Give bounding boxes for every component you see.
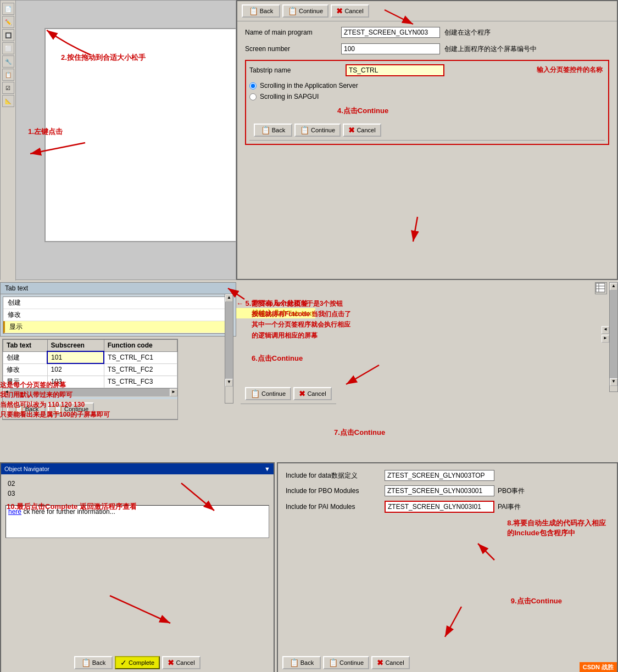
include-data-input[interactable] — [385, 470, 494, 481]
tabstrip-box: Tabstrip name 输入分页签控件的名称 Scrolling in th… — [245, 60, 609, 145]
tab-text-1: 修改 — [3, 363, 48, 376]
radio-group: Scrolling in the Application Server Scro… — [249, 82, 605, 100]
th-tabtext: Tab text — [3, 340, 48, 352]
dialog1-content: Name of main program 创建在这个程序 Screen numb… — [237, 21, 617, 279]
tabstrip-note: 输入分页签控件的名称 — [537, 65, 603, 75]
main-program-note: 创建在这个程序 — [444, 28, 491, 37]
toolbar-icon-3[interactable]: 🔲 — [2, 29, 14, 41]
subscreen-0[interactable]: 101 — [47, 351, 104, 363]
continue-icon-2: 📋 — [300, 126, 309, 135]
complete-icon: ✓ — [120, 658, 127, 667]
toolbar-icon-7[interactable]: ☑ — [2, 82, 14, 94]
include-pai-row: Include for PAI Modules PAI事件 — [286, 501, 609, 513]
csdn-watermark: CSDN 战胜 — [580, 662, 617, 672]
svg-rect-0 — [596, 283, 605, 292]
tabtext-list: 创建 修改 显示 — [3, 296, 233, 334]
step6-label: 6.点击Continue — [252, 354, 303, 363]
tabtext-item-2[interactable]: 显示 — [3, 321, 233, 333]
completion-btn-row: 📋 Back ✓ Complete ✖ Cancel — [1, 653, 274, 672]
back-button-1[interactable]: 📋 Back — [242, 4, 280, 18]
screen-canvas[interactable] — [44, 28, 237, 242]
screen-number-input[interactable] — [341, 43, 440, 54]
toolbar-icon-8[interactable]: 📐 — [2, 95, 14, 107]
middle-right: ▲ ▼ ◄ ► 6.点击Continue 📋 Continue ✖ Cancel — [241, 282, 618, 458]
step7-label: 7.点击Continue — [334, 428, 385, 438]
complete-button[interactable]: ✓ Complete — [115, 656, 160, 669]
toolbar-icon-4[interactable]: ⬜ — [2, 42, 14, 54]
toolbar-icon-5[interactable]: 🔧 — [2, 55, 14, 68]
include-pbo-row: Include for PBO Modules PBO事件 — [286, 485, 609, 496]
continue-button-4[interactable]: 📋 Continue — [245, 387, 291, 400]
tab-note2: 3个Tab text就相当于是3个按钮 按钮就得有Fctcode 当我们点击了 … — [252, 299, 351, 341]
back-icon-1: 📋 — [249, 7, 258, 15]
back-button-5[interactable]: 📋 Back — [282, 656, 321, 669]
subscreen-1: 102 — [47, 363, 104, 376]
cancel-icon-4: ✖ — [168, 658, 174, 667]
toolbar-icon-2[interactable]: ✏️ — [2, 16, 14, 28]
tabtext-panel: Tab text 创建 修改 显示 ▲ ▼ — [0, 282, 236, 337]
continue-icon-1: 📋 — [288, 7, 297, 15]
continue-button-5[interactable]: 📋 Continue — [323, 656, 369, 669]
cancel-button-5[interactable]: ✖ Cancel — [371, 656, 410, 669]
continue-button-2[interactable]: 📋 Continue — [294, 124, 341, 137]
include-panel: Include for data数据定义 Include for PBO Mod… — [277, 462, 618, 672]
main-program-label: Name of main program — [245, 29, 341, 36]
completion-num-03: 03 — [5, 489, 269, 499]
table-icon-btn[interactable] — [595, 282, 607, 294]
completion-panel: Object Navigator ▼ 02 03 here ck here fo… — [0, 462, 275, 672]
th-funccode: Function code — [104, 340, 177, 352]
bottom-btn-row-1: 📋 Back 📋 Continue ✖ Cancel — [249, 120, 605, 141]
radio-sapgui-label: Scrolling in SAPGUI — [260, 93, 319, 100]
nav-arrows: ◄ ► — [602, 326, 609, 343]
continue-button-1[interactable]: 📋 Continue — [282, 4, 329, 18]
tabstrip-input[interactable] — [346, 64, 444, 76]
cancel-icon-5: ✖ — [377, 658, 383, 667]
main-program-row: Name of main program 创建在这个程序 — [245, 27, 609, 38]
tab-text-0: 创建 — [3, 351, 48, 363]
radio-appserver[interactable] — [249, 82, 257, 89]
radio-row-2: Scrolling in SAPGUI — [249, 93, 605, 100]
include-pbo-label: Include for PBO Modules — [286, 487, 385, 495]
funccode-2: TS_CTRL_FC3 — [104, 376, 177, 388]
include-pbo-input[interactable] — [385, 485, 494, 496]
back-button-4[interactable]: 📋 Back — [74, 656, 113, 669]
radio-sapgui[interactable] — [249, 93, 257, 100]
vscroll-right[interactable]: ▲ ▼ — [609, 282, 618, 392]
top-btn-row: 📋 Back 📋 Continue ✖ Cancel — [237, 1, 617, 21]
cancel-button-4[interactable]: ✖ Cancel — [162, 656, 201, 669]
completion-link[interactable]: here — [8, 508, 21, 516]
left-toolbar: 📄 ✏️ 🔲 ⬜ 🔧 📋 ☑ 📐 — [1, 1, 16, 281]
tabtext-item-0[interactable]: 创建 — [3, 297, 233, 309]
completion-num-02: 02 — [5, 479, 269, 489]
tabstrip-label: Tabstrip name — [249, 66, 346, 74]
back-button-2[interactable]: 📋 Back — [254, 124, 292, 137]
step9-label: 9.点击Continue — [511, 596, 562, 606]
main-program-input[interactable] — [341, 27, 440, 38]
vscroll-tabtext[interactable]: ▲ ▼ — [225, 294, 233, 404]
toolbar-icon-1[interactable]: 📄 — [2, 3, 14, 15]
include-data-row: Include for data数据定义 — [286, 470, 609, 481]
include-pai-label: Include for PAI Modules — [286, 503, 385, 511]
toolbar-icon-6[interactable]: 📋 — [2, 69, 14, 81]
include-data-label: Include for data数据定义 — [286, 471, 385, 480]
back-icon-5: 📋 — [289, 658, 299, 667]
back-icon-2: 📋 — [261, 126, 270, 135]
cancel-button-2[interactable]: ✖ Cancel — [343, 124, 381, 137]
completion-dialog-header: Object Navigator ▼ — [1, 463, 274, 474]
completion-link-text: ck here for further information... — [23, 508, 115, 516]
completion-numbers: 02 03 — [1, 474, 274, 503]
back-icon-4: 📋 — [81, 658, 91, 667]
cancel-button-3[interactable]: ✖ Cancel — [293, 387, 332, 400]
completion-text-area: here ck here for further information... — [5, 505, 269, 538]
funccode-1: TS_CTRL_FC2 — [104, 363, 177, 376]
step6-btn-row: 📋 Continue ✖ Cancel — [241, 384, 336, 404]
tabtext-header: Tab text — [1, 283, 236, 294]
screen-number-label: Screen number — [245, 45, 341, 53]
tabtext-item-1[interactable]: 修改 — [3, 309, 233, 321]
include-content: Include for data数据定义 Include for PBO Mod… — [278, 463, 617, 524]
cancel-button-1[interactable]: ✖ Cancel — [331, 4, 369, 18]
table-row-0: 创建 101 TS_CTRL_FC1 — [3, 351, 177, 363]
screen-number-row: Screen number 创建上面程序的这个屏幕编号中 — [245, 43, 609, 54]
include-pai-input[interactable] — [385, 501, 494, 513]
pbo-note: PBO事件 — [498, 486, 525, 496]
